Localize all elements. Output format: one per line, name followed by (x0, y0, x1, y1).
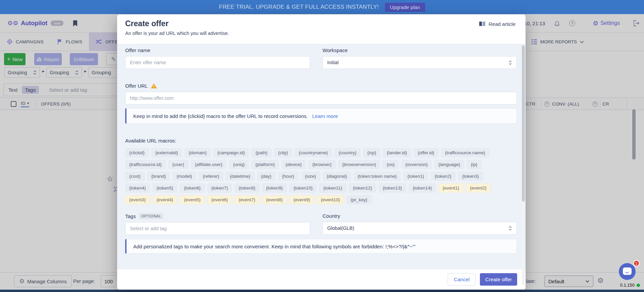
macro-chip[interactable]: {event2} (466, 183, 491, 193)
macro-chip[interactable]: {token6} (180, 183, 205, 193)
promo-banner-text: FREE TRIAL. UPGRADE & GET FULL ACCESS IN… (219, 4, 379, 10)
macro-chip[interactable]: {lander.id} (383, 148, 411, 157)
country-label: Country (323, 213, 517, 219)
tags-label: Tags (125, 213, 136, 219)
macro-chip[interactable]: {offer.id} (414, 148, 438, 157)
macro-chip[interactable]: {platform} (251, 160, 279, 169)
chat-widget-button[interactable]: 1 (619, 263, 636, 280)
macro-chip[interactable]: {event8} (262, 195, 287, 204)
macro-chip[interactable]: {cost} (125, 172, 145, 181)
macro-chip[interactable]: {clickid} (125, 148, 149, 157)
clickid-note-text: Keep in mind to add the {clickid} macro … (133, 113, 308, 119)
workspace-select[interactable]: Initial (323, 56, 517, 69)
macro-chip[interactable]: {trafficsource.name} (441, 148, 489, 157)
upgrade-plan-button[interactable]: Upgrade plan (385, 3, 425, 12)
macro-chip[interactable]: {osversion} (401, 160, 432, 169)
create-offer-button[interactable]: Create offer (480, 273, 517, 286)
macro-chip[interactable]: {token8} (235, 183, 259, 193)
offer-name-input[interactable] (125, 56, 310, 69)
version-label: 0.1.150 (620, 283, 635, 288)
macro-chip[interactable]: {event7} (235, 195, 259, 204)
chevron-updown-icon (508, 60, 512, 66)
chat-unread-badge: 1 (633, 260, 640, 266)
optional-badge: OPTIONAL (139, 213, 164, 219)
chevron-updown-icon (508, 225, 512, 231)
app-root: FREE TRIAL. UPGRADE & GET FULL ACCESS IN… (0, 0, 644, 292)
macro-chip[interactable]: {country} (335, 148, 360, 157)
svg-text:!: ! (153, 85, 154, 88)
cancel-button[interactable]: Cancel (448, 273, 476, 286)
macro-chip[interactable]: {device} (282, 160, 306, 169)
macro-chip[interactable]: {brand} (147, 172, 170, 181)
learn-more-link[interactable]: Learn more (312, 113, 338, 119)
macro-chip[interactable]: {user} (168, 160, 188, 169)
book-icon (479, 21, 486, 27)
macro-chip[interactable]: {token1} (403, 172, 428, 181)
offer-url-label: Offer URL (125, 83, 148, 89)
macro-chip[interactable]: {referer} (199, 172, 223, 181)
modal-subtitle: An offer is your ad URL which you will a… (125, 31, 229, 36)
macro-chip[interactable]: {uniq} (229, 160, 249, 169)
read-article-link[interactable]: Read article (479, 21, 515, 44)
country-select[interactable]: Global(GLB) (323, 222, 517, 235)
macro-chip[interactable]: {token5} (153, 183, 178, 193)
read-article-label: Read article (489, 21, 515, 27)
macro-chip[interactable]: {token:token name} (354, 172, 401, 181)
macro-chip[interactable]: {size} (301, 172, 320, 181)
macro-chip[interactable]: {countryname} (295, 148, 332, 157)
macro-chip[interactable]: {event5} (180, 195, 205, 204)
modal-title: Create offer (125, 19, 229, 28)
macro-chip[interactable]: {token12} (349, 183, 376, 193)
version-indicator: 0.1.150 (602, 283, 640, 288)
macro-chip[interactable]: {campaign.id} (213, 148, 249, 157)
workspace-label: Workspace (323, 47, 517, 53)
macro-chip[interactable]: {token4} (125, 183, 150, 193)
macro-chip[interactable]: {token7} (207, 183, 232, 193)
macro-chip[interactable]: {token10} (289, 183, 316, 193)
macro-chip[interactable]: {event6} (207, 195, 232, 204)
create-offer-modal: Create offer An offer is your ad URL whi… (117, 14, 526, 290)
macro-chip[interactable]: {trafficsource.id} (125, 160, 166, 169)
modal-scrollbar-thumb[interactable] (522, 45, 525, 202)
macro-chip[interactable]: {event3} (125, 195, 150, 204)
macro-chip[interactable]: {model} (172, 172, 196, 181)
macro-chip[interactable]: {datetime} (226, 172, 254, 181)
macro-chip[interactable]: {token9} (262, 183, 287, 193)
chat-bubble-icon (623, 267, 632, 275)
macro-chip[interactable]: {path} (251, 148, 271, 157)
country-select-value: Global(GLB) (327, 225, 354, 231)
modal-footer: Cancel Create offer (117, 269, 526, 290)
macro-chips: {clickid}{externalid}{domain}{campaign.i… (125, 148, 517, 204)
macro-chip[interactable]: {externalid} (151, 148, 182, 157)
macro-chip[interactable]: {day} (257, 172, 276, 181)
macro-chip[interactable]: {browserversion} (338, 160, 380, 169)
macro-chip[interactable]: {isp} (363, 148, 380, 157)
macro-chip[interactable]: {event9} (289, 195, 314, 204)
macro-chip[interactable]: {diagonal} (323, 172, 351, 181)
macros-label: Available URL macros: (125, 138, 517, 143)
macro-chip[interactable]: {event10} (317, 195, 344, 204)
macro-chip[interactable]: {city} (274, 148, 292, 157)
macro-chip[interactable]: {token2} (431, 172, 456, 181)
macro-chip[interactable]: {domain} (185, 148, 210, 157)
macro-chip[interactable]: {event1} (439, 183, 463, 193)
macro-chip[interactable]: {token3} (458, 172, 483, 181)
macro-chip[interactable]: {os} (383, 160, 398, 169)
macro-chip[interactable]: {pr_key} (347, 195, 371, 204)
macro-chip[interactable]: {token13} (379, 183, 406, 193)
offer-url-input[interactable] (125, 92, 517, 105)
macro-chip[interactable]: {token14} (409, 183, 436, 193)
tags-note-text: Add personalized tags to make your searc… (133, 244, 415, 249)
tags-input[interactable] (125, 222, 310, 235)
macro-chip[interactable]: {ip} (467, 160, 482, 169)
offer-name-label: Offer name (125, 47, 310, 53)
clickid-info-note: Keep in mind to add the {clickid} macro … (125, 108, 517, 124)
macro-chip[interactable]: {language} (434, 160, 464, 169)
macro-chip[interactable]: {browser} (308, 160, 336, 169)
warning-icon: ! (151, 83, 157, 89)
macro-chip[interactable]: {affiliate.user} (191, 160, 227, 169)
promo-banner: FREE TRIAL. UPGRADE & GET FULL ACCESS IN… (0, 0, 644, 14)
macro-chip[interactable]: {token11} (319, 183, 346, 193)
macro-chip[interactable]: {event4} (153, 195, 178, 204)
macro-chip[interactable]: {hour} (278, 172, 298, 181)
